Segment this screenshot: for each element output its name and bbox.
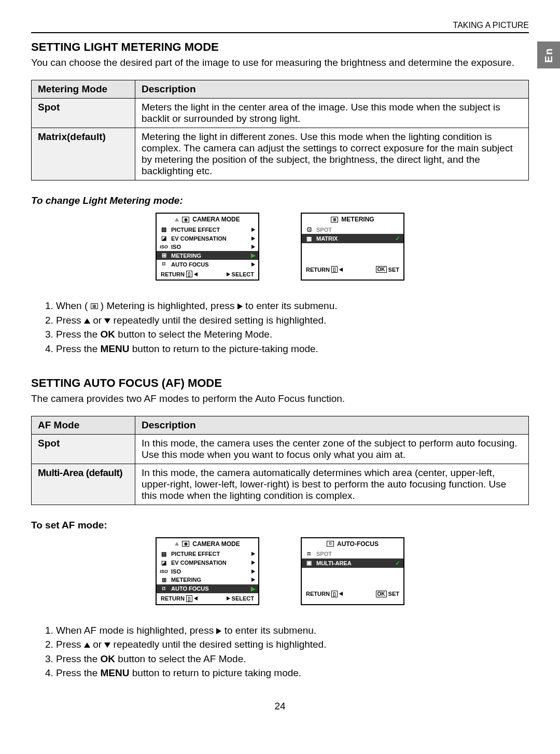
menu-footer: RETURN▯ OK SET [302, 264, 403, 275]
header-section: TAKING A PICTURE [31, 21, 529, 32]
menu-item-label: ISO [171, 568, 248, 575]
menu-item-label: METERING [171, 253, 248, 259]
metering-submenu: ⊞ METERING ⊡SPOT ▦MATRIX✓ RETURN▯ OK SET [301, 213, 404, 281]
section1-intro: You can choose the desired part of the i… [31, 57, 529, 68]
left-arrow-icon [339, 268, 343, 272]
iso-icon: ISO [160, 569, 168, 574]
page-number: 24 [31, 701, 529, 712]
right-arrow-icon [227, 272, 230, 276]
spot-af-icon: ⌑ [305, 551, 313, 557]
section1-title: SETTING LIGHT METERING MODE [31, 40, 529, 54]
matrix-icon: ▦ [91, 303, 98, 309]
section1-steps: When ( ▦ ) Metering is highlighted, pres… [31, 299, 529, 356]
step-3: Press the OK button to select the Meteri… [56, 328, 529, 341]
select-label: SELECT [232, 595, 254, 602]
matrix-icon: ▦ [305, 235, 313, 242]
spot-icon: ⊡ [305, 226, 313, 233]
section2-menus: ◉ CAMERA MODE ▨PICTURE EFFECT ◪EV COMPEN… [31, 537, 529, 605]
mode-matrix: Matrix(default) [32, 128, 135, 180]
menu-item-autofocus[interactable]: ⌑AUTO FOCUS▶ [157, 584, 258, 593]
table-row: Spot Meters the light in the center area… [32, 99, 529, 128]
section2-steps: When AF mode is highlighted, press to en… [31, 624, 529, 680]
metering-icon: ⊞ [160, 252, 168, 259]
menu-item-metering[interactable]: ⊞METERING [157, 576, 258, 584]
menu-item-label: MULTI-AREA [316, 560, 392, 566]
desc-spot: Meters the light in the center area of t… [135, 99, 529, 128]
step-1: When AF mode is highlighted, press to en… [56, 624, 529, 637]
mode-multi-area: Multi-Area (default) [32, 464, 135, 505]
menu-title: ⊞ METERING [302, 214, 403, 225]
menu-item-label: ISO [171, 244, 248, 250]
set-label: SET [388, 267, 399, 273]
table-row: Spot In this mode, the camera uses the c… [32, 434, 529, 464]
menu-item-label: AUTO FOCUS [171, 585, 248, 592]
menu-item-picture-effect[interactable]: ▨PICTURE EFFECT [157, 550, 258, 558]
camera-icon: ◉ [182, 217, 189, 222]
menu-title: ◉ CAMERA MODE [157, 538, 258, 550]
right-arrow-icon [237, 303, 243, 310]
language-tab: En [537, 41, 560, 68]
submenu-item-spot[interactable]: ⊡SPOT [302, 225, 403, 234]
col-description: Description [135, 416, 529, 434]
menu-item-picture-effect[interactable]: ▨PICTURE EFFECT [157, 225, 258, 234]
submenu-item-matrix[interactable]: ▦MATRIX✓ [302, 234, 403, 243]
af-submenu: ⌑ AUTO-FOCUS ⌑SPOT ▣MULTI-AREA✓ RETURN▯ … [301, 537, 404, 605]
menu-item-label: PICTURE EFFECT [171, 551, 248, 557]
submenu-item-spot-af[interactable]: ⌑SPOT [302, 550, 403, 558]
menu-button-icon: ▯ [186, 271, 192, 277]
menu-item-autofocus[interactable]: ⌑AUTO FOCUS [157, 260, 258, 269]
multiarea-icon: ▣ [305, 560, 313, 566]
menu-item-ev-comp[interactable]: ◪EV COMPENSATION [157, 234, 258, 243]
return-label: RETURN [161, 595, 185, 602]
menu-item-label: PICTURE EFFECT [171, 227, 248, 233]
set-label: SET [388, 591, 399, 597]
up-arrow-icon [84, 318, 90, 324]
submenu-item-multiarea[interactable]: ▣MULTI-AREA✓ [302, 558, 403, 568]
ok-box-icon: OK [376, 591, 387, 597]
menu-button-icon: ▯ [331, 591, 338, 597]
spacer [302, 568, 403, 589]
menu-title-text: CAMERA MODE [192, 540, 240, 548]
menu-title-text: METERING [341, 216, 374, 223]
right-arrow-icon [227, 596, 230, 601]
col-description: Description [135, 80, 529, 99]
menu-item-ev-comp[interactable]: ◪EV COMPENSATION [157, 558, 258, 567]
menu-title-text: AUTO-FOCUS [337, 540, 379, 548]
menu-item-iso[interactable]: ISOISO [157, 567, 258, 576]
check-icon: ✓ [395, 235, 400, 242]
chevron-right-icon: ▶ [251, 252, 255, 259]
metering-table: Metering Mode Description Spot Meters th… [31, 80, 529, 180]
chevron-right-icon [251, 262, 255, 267]
af-icon: ⌑ [327, 541, 334, 547]
menu-item-label: METERING [171, 577, 248, 583]
menu-item-iso[interactable]: ISOISO [157, 243, 258, 251]
left-arrow-icon [339, 592, 343, 596]
section2-intro: The camera provides two AF modes to perf… [31, 393, 529, 404]
menu-item-metering[interactable]: ⊞METERING▶ [157, 251, 258, 260]
step-1: When ( ▦ ) Metering is highlighted, pres… [56, 299, 529, 313]
section2-title: SETTING AUTO FOCUS (AF) MODE [31, 376, 529, 390]
step-4: Press the MENU button to return to the p… [56, 342, 529, 356]
step-2: Press or repeatedly until the desired se… [56, 638, 529, 651]
return-label: RETURN [306, 591, 330, 597]
af-table: AF Mode Description Spot In this mode, t… [31, 416, 529, 505]
menu-title: ⌑ AUTO-FOCUS [302, 538, 403, 550]
spacer [302, 243, 403, 264]
menu-footer: RETURN▯ SELECT [157, 593, 258, 604]
menu-item-label: MATRIX [316, 235, 392, 242]
step-4: Press the MENU button to return to pictu… [56, 666, 529, 680]
picture-effect-icon: ▨ [160, 226, 168, 233]
chevron-right-icon: ▶ [251, 585, 255, 592]
menu-item-label: SPOT [316, 227, 400, 233]
af-icon: ⌑ [160, 585, 168, 592]
metering-icon: ⊞ [331, 217, 338, 222]
header-rule [31, 32, 529, 33]
camera-icon: ◉ [182, 541, 189, 547]
return-label: RETURN [306, 267, 330, 273]
chevron-right-icon [251, 552, 255, 556]
step-3: Press the OK button to select the AF Mod… [56, 652, 529, 666]
section1-menus: ◉ CAMERA MODE ▨PICTURE EFFECT ◪EV COMPEN… [31, 213, 529, 281]
menu-title: ◉ CAMERA MODE [157, 214, 258, 225]
menu-item-label: SPOT [316, 551, 400, 557]
chevron-right-icon [251, 569, 255, 574]
